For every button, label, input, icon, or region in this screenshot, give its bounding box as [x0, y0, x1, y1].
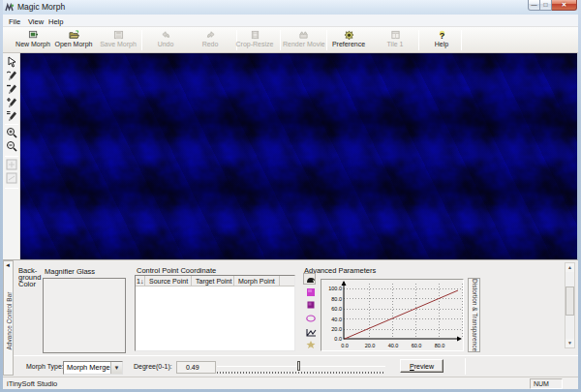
svg-text:100.0: 100.0 — [328, 286, 342, 291]
svg-text:40.0: 40.0 — [331, 317, 342, 322]
svg-text:?: ? — [439, 31, 444, 40]
svg-text:20.0: 20.0 — [365, 343, 376, 348]
svg-text:40.0: 40.0 — [388, 343, 399, 348]
svg-text:60.0: 60.0 — [331, 306, 342, 312]
svg-text:80.0: 80.0 — [331, 296, 342, 302]
svg-text:0.0: 0.0 — [334, 336, 342, 342]
svg-text:60.0: 60.0 — [412, 343, 422, 348]
svg-text:0.0: 0.0 — [341, 343, 349, 348]
svg-text:20.0: 20.0 — [331, 326, 342, 332]
svg-text:80.0: 80.0 — [435, 343, 445, 348]
